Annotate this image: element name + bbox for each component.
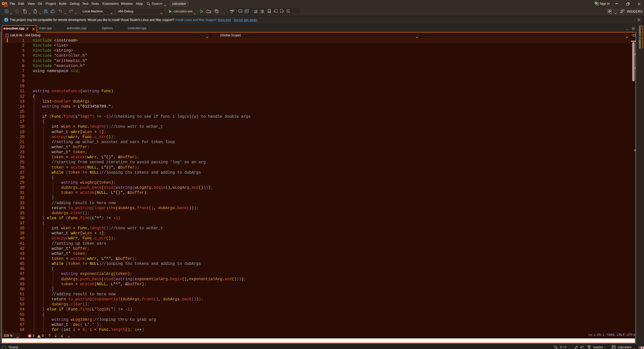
svg-text:ABC: ABC	[230, 9, 235, 12]
svg-text:IN: IN	[5, 5, 7, 6]
